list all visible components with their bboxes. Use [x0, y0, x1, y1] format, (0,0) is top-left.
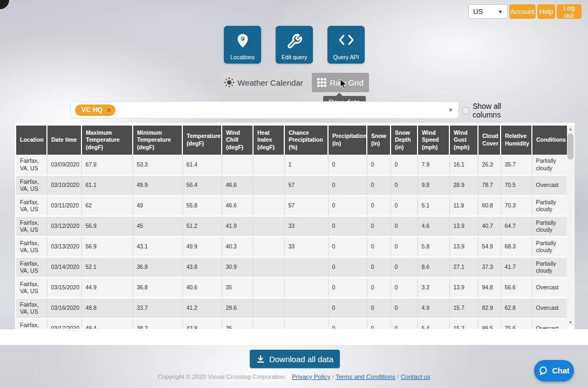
- table-cell: 0: [328, 237, 367, 257]
- table-cell: 5.1: [418, 196, 449, 216]
- download-all-data-button[interactable]: Download all data: [250, 350, 340, 368]
- column-header[interactable]: Snow Depth (in): [391, 126, 418, 155]
- table-cell: [253, 278, 284, 298]
- column-header[interactable]: Maximum Temperature (degF): [81, 126, 133, 155]
- column-header[interactable]: Heat Index (degF): [253, 126, 284, 155]
- privacy-policy-link[interactable]: Privacy Policy: [292, 373, 331, 380]
- scrollbar-up-arrow-icon[interactable]: ▲: [567, 126, 574, 133]
- table-row: Fairfax, VA, US03/16/202048.833.741.228.…: [16, 298, 569, 318]
- table-cell: 75.6: [501, 318, 532, 329]
- column-header[interactable]: Minimum Temperature (degF): [133, 126, 182, 155]
- show-all-columns-checkbox[interactable]: [462, 107, 469, 114]
- table-cell: [253, 216, 284, 237]
- table-cell: 03/16/2020: [47, 298, 81, 318]
- link-separator: /: [397, 373, 399, 380]
- table-cell: 0: [328, 257, 367, 278]
- footer-copyright-row: Copyright © 2020 Visual Crossing Corpora…: [0, 373, 588, 380]
- table-cell: Overcast: [532, 298, 569, 318]
- region-select-value: US: [473, 8, 483, 16]
- column-header[interactable]: Wind Gust (mph): [449, 126, 478, 155]
- column-header[interactable]: Location: [16, 126, 47, 155]
- table-cell: 82.9: [478, 298, 501, 318]
- window-corner-artifact: [0, 0, 9, 9]
- table-cell: [253, 175, 284, 196]
- table-cell: 99.5: [478, 318, 501, 329]
- locations-tile[interactable]: Locations: [224, 26, 261, 64]
- table-cell: 0: [367, 257, 391, 278]
- chevron-down-icon[interactable]: ▼: [448, 107, 454, 113]
- table-cell: 0: [367, 237, 391, 257]
- table-cell: Overcast: [532, 318, 569, 329]
- table-cell: 28.9: [449, 175, 478, 196]
- table-cell: 0: [367, 278, 391, 298]
- table-cell: 03/11/2020: [47, 196, 81, 216]
- chip-close-icon[interactable]: ✕: [107, 107, 112, 113]
- table-row: Fairfax, VA, US03/13/202056.943.149.940.…: [16, 237, 569, 257]
- table-cell: [253, 298, 284, 318]
- table-cell: 33.7: [133, 298, 182, 318]
- table-cell: Overcast: [532, 278, 569, 298]
- table-row: Fairfax, VA, US03/10/202061.149.956.446.…: [16, 175, 569, 196]
- table-cell: 0: [367, 216, 391, 237]
- edit-query-tile[interactable]: Edit query: [276, 26, 313, 64]
- table-cell: 7.9: [418, 155, 449, 175]
- column-header[interactable]: Temperature (degF): [182, 126, 222, 155]
- table-cell: 03/15/2020: [47, 278, 81, 298]
- table-cell: 28.6: [222, 298, 253, 318]
- app-window: US ▼ Account Help Log out Locations Edit…: [0, 0, 588, 388]
- help-button[interactable]: Help: [537, 4, 555, 19]
- column-header[interactable]: Cloud Cover: [478, 126, 501, 155]
- table-cell: 51.2: [182, 216, 222, 237]
- table-row: Fairfax, VA, US03/17/202049.438.243.9350…: [16, 318, 569, 329]
- grid-icon: [317, 78, 327, 87]
- logout-button[interactable]: Log out: [557, 4, 582, 19]
- table-cell: 35: [222, 318, 253, 329]
- table-cell: 0: [328, 278, 367, 298]
- chevron-down-icon: ▼: [498, 9, 503, 15]
- table-cell: Fairfax, VA, US: [16, 216, 47, 237]
- table-cell: 0: [391, 318, 418, 329]
- column-header[interactable]: Precipitation (in): [328, 126, 367, 155]
- column-header[interactable]: Wind Speed (mph): [418, 126, 449, 155]
- table-cell: [253, 237, 284, 257]
- table-cell: [284, 257, 328, 278]
- table-cell: 78.7: [478, 175, 501, 196]
- table-cell: 41.7: [501, 257, 532, 278]
- table-cell: 67.9: [81, 155, 133, 175]
- location-query-bar[interactable]: VC HQ ✕ ▼: [70, 101, 459, 119]
- link-separator: /: [332, 373, 334, 380]
- table-cell: 46.6: [222, 196, 253, 216]
- table-cell: 56.4: [182, 175, 222, 196]
- column-header[interactable]: Wind Chill (degF): [222, 126, 253, 155]
- table-cell: 43.1: [133, 237, 182, 257]
- location-chip-label: VC HQ: [81, 106, 103, 114]
- table-row: Fairfax, VA, US03/12/202056.94551.241.93…: [16, 216, 569, 237]
- scrollbar-down-arrow-icon[interactable]: ▼: [567, 319, 574, 326]
- column-header[interactable]: Date time: [47, 126, 81, 155]
- column-header[interactable]: Snow (in): [367, 126, 391, 155]
- column-header[interactable]: Chance Precipitation (%): [284, 126, 328, 155]
- table-cell: 54.9: [478, 237, 501, 257]
- column-header[interactable]: Relative Humidity: [501, 126, 532, 155]
- terms-and-conditions-link[interactable]: Terms and Conditions: [336, 373, 395, 380]
- table-cell: 03/17/2020: [47, 318, 81, 329]
- region-select[interactable]: US ▼: [468, 4, 508, 19]
- table-scrollbar[interactable]: ▲ ▼: [567, 126, 574, 326]
- table-cell: 8.6: [418, 257, 449, 278]
- table-cell: 62.8: [501, 298, 532, 318]
- location-chip[interactable]: VC HQ ✕: [75, 105, 115, 116]
- contact-us-link[interactable]: Contact us: [401, 373, 430, 380]
- table-cell: 43.9: [182, 318, 222, 329]
- tab-weather-calendar[interactable]: Weather Calendar: [217, 73, 310, 92]
- table-cell: 0: [328, 196, 367, 216]
- table-cell: 0: [328, 298, 367, 318]
- table-cell: 03/13/2020: [47, 237, 81, 257]
- show-all-columns-label: Show all columns: [473, 102, 519, 119]
- query-api-tile[interactable]: Query API: [327, 26, 365, 64]
- account-button[interactable]: Account: [509, 4, 536, 19]
- scrollbar-thumb[interactable]: [568, 134, 573, 160]
- table-cell: 62: [81, 196, 133, 216]
- chat-button[interactable]: Chat: [534, 360, 574, 382]
- column-header[interactable]: Conditions: [532, 126, 569, 155]
- table-cell: 44.9: [81, 278, 133, 298]
